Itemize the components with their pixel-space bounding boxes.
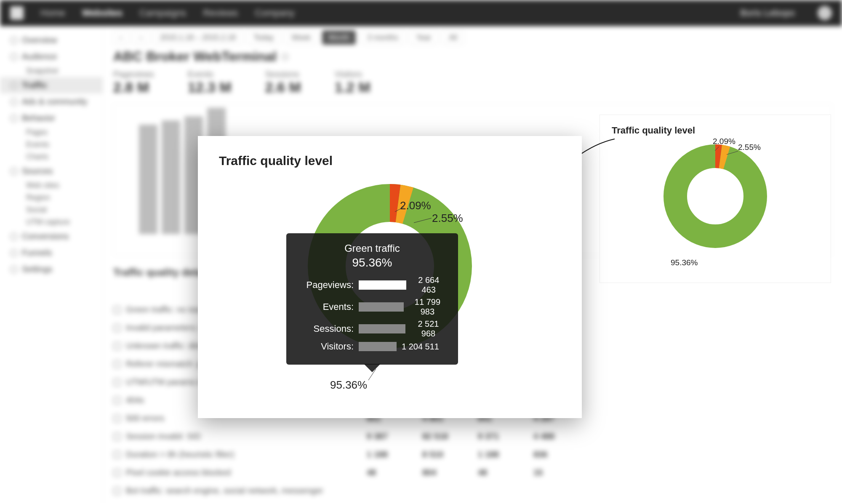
range-today[interactable]: Today bbox=[247, 30, 280, 45]
tooltip-row-events: Events:11 799 983 bbox=[298, 297, 446, 317]
range-year[interactable]: Year bbox=[410, 30, 437, 45]
range-3months[interactable]: 3 months bbox=[361, 30, 405, 45]
sidebar-item-conversions[interactable]: Conversions bbox=[0, 228, 103, 245]
nav-tab-1[interactable]: Websites bbox=[82, 8, 123, 19]
svg-line-8 bbox=[395, 207, 404, 212]
sidebar-item-settings[interactable]: Settings bbox=[0, 261, 103, 277]
range-all[interactable]: All bbox=[442, 30, 464, 45]
sidebar-item-overview[interactable]: Overview bbox=[0, 32, 103, 48]
date-range[interactable]: 2015.1.18 – 2015.2.18 bbox=[154, 30, 242, 45]
tooltip-row-visitors: Visitors:1 204 511 bbox=[298, 341, 446, 352]
sidebar-sub-snapshot[interactable]: Snapshot bbox=[0, 65, 103, 77]
table-row[interactable]: Session invalid: SID9 38782 5189 3714 48… bbox=[113, 427, 832, 445]
table-row[interactable]: Bot traffic: search engine, social netwo… bbox=[113, 482, 832, 500]
date-filter-bar: ‹ › 2015.1.18 – 2015.2.18 Today Week Mon… bbox=[113, 30, 832, 45]
kpi-strip: Pageviews2.8 M Events12.3 M Sessions2.6 … bbox=[113, 69, 832, 96]
range-month[interactable]: Month bbox=[322, 30, 356, 45]
page-menu-icon[interactable] bbox=[282, 53, 288, 60]
nav-tab-4[interactable]: Company bbox=[255, 8, 294, 19]
nav-tab-2[interactable]: Campaigns bbox=[139, 8, 186, 19]
nav-tab-0[interactable]: Home bbox=[40, 8, 65, 19]
sidebar-item-ads[interactable]: Ads & community bbox=[0, 93, 103, 110]
sidebar-item-audience[interactable]: Audience bbox=[0, 48, 103, 65]
tooltip-row-sessions: Sessions:2 521 968 bbox=[298, 319, 446, 339]
chart-tooltip: Green traffic 95.36% Pageviews:2 664 463… bbox=[286, 233, 458, 365]
page-title: ABC Broker WebTerminal bbox=[113, 49, 277, 64]
user-name[interactable]: Boris Lebopo bbox=[740, 8, 795, 19]
tooltip-tail-icon bbox=[364, 364, 381, 372]
svg-line-4 bbox=[727, 151, 738, 155]
svg-line-9 bbox=[414, 218, 432, 223]
sidebar-item-behavior[interactable]: Behavior bbox=[0, 110, 103, 126]
traffic-quality-small-card: Traffic quality level 2.09% 2.55% 95.36% bbox=[600, 115, 831, 283]
sidebar-item-sources[interactable]: Sources bbox=[0, 163, 103, 179]
sidebar-item-funnels[interactable]: Funnels bbox=[0, 245, 103, 261]
table-row[interactable]: Duration > 8h (heuristic filter)1 1888 5… bbox=[113, 445, 832, 464]
sidebar: Overview Audience Snapshot Traffic Ads &… bbox=[0, 26, 103, 504]
tooltip-row-pageviews: Pageviews:2 664 463 bbox=[298, 275, 446, 295]
avatar[interactable] bbox=[818, 6, 832, 20]
tooltip-percent: 95.36% bbox=[286, 256, 458, 269]
next-range-button[interactable]: › bbox=[133, 30, 149, 45]
table-row[interactable]: Pixel cookie access blocked488044815 bbox=[113, 464, 832, 482]
svg-line-3 bbox=[715, 147, 719, 151]
topbar: Home Websites Campaigns Reviews Company … bbox=[0, 0, 842, 26]
tooltip-title: Green traffic bbox=[286, 243, 458, 254]
page-title-row: ABC Broker WebTerminal bbox=[113, 49, 832, 64]
range-week[interactable]: Week bbox=[285, 30, 317, 45]
nav-tab-3[interactable]: Reviews bbox=[203, 8, 238, 19]
app-logo bbox=[10, 6, 24, 20]
prev-range-button[interactable]: ‹ bbox=[113, 30, 128, 45]
sidebar-item-traffic[interactable]: Traffic bbox=[0, 77, 103, 93]
